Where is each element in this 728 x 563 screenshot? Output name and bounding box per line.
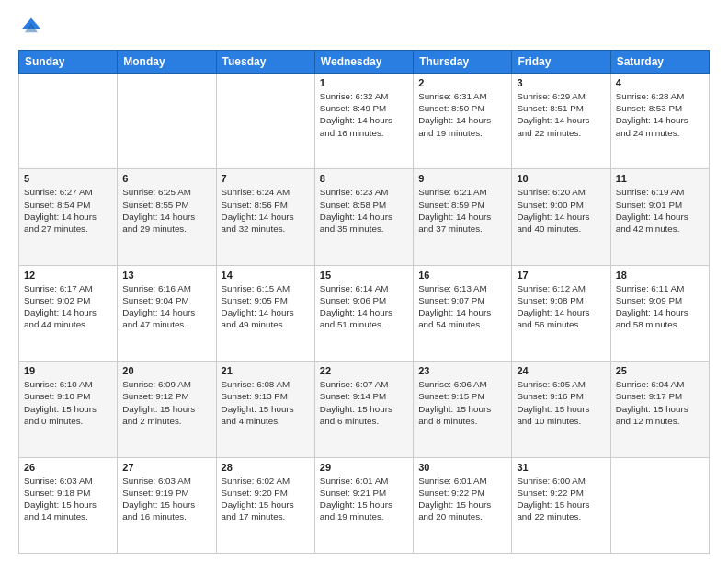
- day-info: Sunrise: 6:02 AM Sunset: 9:20 PM Dayligh…: [222, 475, 310, 523]
- day-info: Sunrise: 6:01 AM Sunset: 9:21 PM Dayligh…: [320, 475, 408, 523]
- day-info: Sunrise: 6:25 AM Sunset: 8:55 PM Dayligh…: [122, 186, 210, 235]
- day-info: Sunrise: 6:23 AM Sunset: 8:58 PM Dayligh…: [320, 186, 408, 235]
- day-number: 2: [418, 77, 506, 88]
- day-number: 6: [122, 173, 210, 184]
- calendar-cell: 8Sunrise: 6:23 AM Sunset: 8:58 PM Daylig…: [314, 169, 413, 265]
- logo: [18, 15, 48, 40]
- day-info: Sunrise: 6:12 AM Sunset: 9:08 PM Dayligh…: [517, 282, 605, 331]
- calendar-cell: 20Sunrise: 6:09 AM Sunset: 9:12 PM Dayli…: [118, 362, 216, 457]
- calendar-week-row: 5Sunrise: 6:27 AM Sunset: 8:54 PM Daylig…: [19, 169, 710, 265]
- day-info: Sunrise: 6:09 AM Sunset: 9:12 PM Dayligh…: [122, 378, 210, 427]
- day-info: Sunrise: 6:10 AM Sunset: 9:10 PM Dayligh…: [24, 378, 112, 427]
- calendar-cell: 14Sunrise: 6:15 AM Sunset: 9:05 PM Dayli…: [216, 265, 314, 361]
- day-number: 31: [517, 462, 605, 473]
- calendar-week-row: 19Sunrise: 6:10 AM Sunset: 9:10 PM Dayli…: [19, 362, 710, 457]
- weekday-header: Monday: [118, 51, 216, 74]
- day-info: Sunrise: 6:08 AM Sunset: 9:13 PM Dayligh…: [222, 378, 310, 427]
- day-number: 30: [418, 462, 506, 473]
- calendar-cell: 7Sunrise: 6:24 AM Sunset: 8:56 PM Daylig…: [216, 169, 314, 265]
- weekday-header: Tuesday: [216, 51, 314, 74]
- calendar-cell: 31Sunrise: 6:00 AM Sunset: 9:22 PM Dayli…: [512, 457, 610, 553]
- day-info: Sunrise: 6:05 AM Sunset: 9:16 PM Dayligh…: [517, 378, 605, 427]
- day-number: 15: [320, 270, 408, 281]
- day-info: Sunrise: 6:03 AM Sunset: 9:19 PM Dayligh…: [122, 475, 210, 523]
- day-number: 10: [517, 173, 605, 184]
- calendar-cell: [610, 457, 709, 553]
- calendar-cell: 4Sunrise: 6:28 AM Sunset: 8:53 PM Daylig…: [610, 74, 709, 169]
- day-info: Sunrise: 6:32 AM Sunset: 8:49 PM Dayligh…: [320, 90, 408, 139]
- calendar-week-row: 1Sunrise: 6:32 AM Sunset: 8:49 PM Daylig…: [19, 74, 710, 169]
- calendar: SundayMondayTuesdayWednesdayThursdayFrid…: [18, 50, 710, 554]
- day-number: 26: [24, 462, 112, 473]
- day-info: Sunrise: 6:20 AM Sunset: 9:00 PM Dayligh…: [517, 186, 605, 235]
- calendar-body: 1Sunrise: 6:32 AM Sunset: 8:49 PM Daylig…: [19, 74, 710, 554]
- calendar-cell: 13Sunrise: 6:16 AM Sunset: 9:04 PM Dayli…: [118, 265, 216, 361]
- day-number: 9: [418, 173, 506, 184]
- day-number: 23: [418, 365, 506, 376]
- day-info: Sunrise: 6:11 AM Sunset: 9:09 PM Dayligh…: [616, 282, 704, 331]
- day-number: 16: [418, 270, 506, 281]
- weekday-row: SundayMondayTuesdayWednesdayThursdayFrid…: [19, 51, 710, 74]
- calendar-cell: 25Sunrise: 6:04 AM Sunset: 9:17 PM Dayli…: [610, 362, 709, 457]
- weekday-header: Thursday: [414, 51, 512, 74]
- calendar-cell: [216, 74, 314, 169]
- page: SundayMondayTuesdayWednesdayThursdayFrid…: [0, 0, 728, 563]
- day-info: Sunrise: 6:19 AM Sunset: 9:01 PM Dayligh…: [616, 186, 704, 235]
- day-info: Sunrise: 6:13 AM Sunset: 9:07 PM Dayligh…: [418, 282, 506, 331]
- calendar-cell: 28Sunrise: 6:02 AM Sunset: 9:20 PM Dayli…: [216, 457, 314, 553]
- day-info: Sunrise: 6:16 AM Sunset: 9:04 PM Dayligh…: [122, 282, 210, 331]
- day-number: 28: [222, 462, 310, 473]
- calendar-cell: 10Sunrise: 6:20 AM Sunset: 9:00 PM Dayli…: [512, 169, 610, 265]
- calendar-cell: 15Sunrise: 6:14 AM Sunset: 9:06 PM Dayli…: [314, 265, 413, 361]
- day-info: Sunrise: 6:28 AM Sunset: 8:53 PM Dayligh…: [616, 90, 704, 139]
- calendar-cell: 5Sunrise: 6:27 AM Sunset: 8:54 PM Daylig…: [19, 169, 118, 265]
- day-number: 18: [616, 270, 704, 281]
- day-info: Sunrise: 6:17 AM Sunset: 9:02 PM Dayligh…: [24, 282, 112, 331]
- calendar-cell: 22Sunrise: 6:07 AM Sunset: 9:14 PM Dayli…: [314, 362, 413, 457]
- day-number: 13: [122, 270, 210, 281]
- weekday-header: Friday: [512, 51, 610, 74]
- day-number: 1: [320, 77, 408, 88]
- day-number: 20: [122, 365, 210, 376]
- day-number: 7: [222, 173, 310, 184]
- day-info: Sunrise: 6:14 AM Sunset: 9:06 PM Dayligh…: [320, 282, 408, 331]
- day-number: 3: [517, 77, 605, 88]
- logo-icon: [18, 15, 44, 40]
- calendar-cell: 6Sunrise: 6:25 AM Sunset: 8:55 PM Daylig…: [118, 169, 216, 265]
- calendar-cell: [19, 74, 118, 169]
- day-number: 8: [320, 173, 408, 184]
- day-number: 5: [24, 173, 112, 184]
- day-number: 27: [122, 462, 210, 473]
- day-number: 14: [222, 270, 310, 281]
- day-info: Sunrise: 6:29 AM Sunset: 8:51 PM Dayligh…: [517, 90, 605, 139]
- calendar-cell: 9Sunrise: 6:21 AM Sunset: 8:59 PM Daylig…: [414, 169, 512, 265]
- calendar-cell: 26Sunrise: 6:03 AM Sunset: 9:18 PM Dayli…: [19, 457, 118, 553]
- day-info: Sunrise: 6:15 AM Sunset: 9:05 PM Dayligh…: [222, 282, 310, 331]
- calendar-cell: 2Sunrise: 6:31 AM Sunset: 8:50 PM Daylig…: [414, 74, 512, 169]
- header: [18, 15, 710, 40]
- day-info: Sunrise: 6:00 AM Sunset: 9:22 PM Dayligh…: [517, 475, 605, 523]
- day-number: 25: [616, 365, 704, 376]
- calendar-week-row: 26Sunrise: 6:03 AM Sunset: 9:18 PM Dayli…: [19, 457, 710, 553]
- day-info: Sunrise: 6:31 AM Sunset: 8:50 PM Dayligh…: [418, 90, 506, 139]
- calendar-cell: 23Sunrise: 6:06 AM Sunset: 9:15 PM Dayli…: [414, 362, 512, 457]
- calendar-week-row: 12Sunrise: 6:17 AM Sunset: 9:02 PM Dayli…: [19, 265, 710, 361]
- day-number: 22: [320, 365, 408, 376]
- calendar-cell: 30Sunrise: 6:01 AM Sunset: 9:22 PM Dayli…: [414, 457, 512, 553]
- calendar-cell: 19Sunrise: 6:10 AM Sunset: 9:10 PM Dayli…: [19, 362, 118, 457]
- calendar-cell: 12Sunrise: 6:17 AM Sunset: 9:02 PM Dayli…: [19, 265, 118, 361]
- calendar-cell: 3Sunrise: 6:29 AM Sunset: 8:51 PM Daylig…: [512, 74, 610, 169]
- weekday-header: Sunday: [19, 51, 118, 74]
- calendar-cell: [118, 74, 216, 169]
- calendar-cell: 11Sunrise: 6:19 AM Sunset: 9:01 PM Dayli…: [610, 169, 709, 265]
- day-info: Sunrise: 6:07 AM Sunset: 9:14 PM Dayligh…: [320, 378, 408, 427]
- day-number: 4: [616, 77, 704, 88]
- calendar-cell: 18Sunrise: 6:11 AM Sunset: 9:09 PM Dayli…: [610, 265, 709, 361]
- day-info: Sunrise: 6:27 AM Sunset: 8:54 PM Dayligh…: [24, 186, 112, 235]
- calendar-cell: 1Sunrise: 6:32 AM Sunset: 8:49 PM Daylig…: [314, 74, 413, 169]
- day-number: 29: [320, 462, 408, 473]
- calendar-cell: 24Sunrise: 6:05 AM Sunset: 9:16 PM Dayli…: [512, 362, 610, 457]
- calendar-cell: 27Sunrise: 6:03 AM Sunset: 9:19 PM Dayli…: [118, 457, 216, 553]
- weekday-header: Saturday: [610, 51, 709, 74]
- calendar-cell: 16Sunrise: 6:13 AM Sunset: 9:07 PM Dayli…: [414, 265, 512, 361]
